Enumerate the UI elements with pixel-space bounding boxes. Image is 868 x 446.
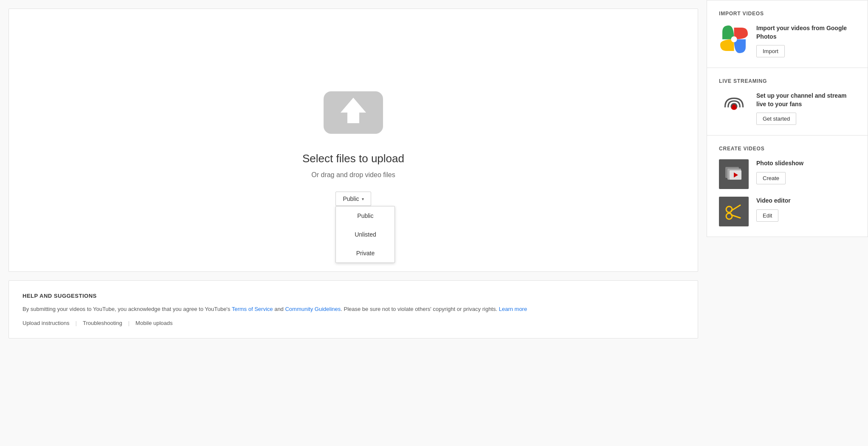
slideshow-card-title: Photo slideshow	[756, 159, 856, 168]
divider1: |	[76, 320, 77, 326]
video-editor-card: Video editor Edit	[719, 197, 856, 226]
help-text-part1: By submitting your videos to YouTube, yo…	[23, 306, 232, 312]
visibility-button[interactable]: Public ▾	[335, 192, 371, 206]
import-videos-content: Import your videos from Google Photos Im…	[756, 24, 856, 57]
create-videos-panel: CREATE VIDEOS Photo slide	[707, 135, 868, 237]
tos-link[interactable]: Terms of Service	[232, 306, 273, 312]
community-guidelines-link[interactable]: Community Guidelines	[285, 306, 341, 312]
visibility-menu: Public Unlisted Private	[335, 206, 395, 263]
upload-drop-zone[interactable]: Select files to upload Or drag and drop …	[8, 8, 698, 272]
video-editor-icon	[719, 197, 749, 226]
upload-subtitle: Or drag and drop video files	[311, 171, 395, 179]
help-text-part3: . Please be sure not to violate others' …	[341, 306, 499, 312]
help-text-part2: and	[273, 306, 285, 312]
live-streaming-card-title: Set up your channel and stream live to y…	[756, 92, 856, 108]
video-editor-card-title: Video editor	[756, 197, 856, 205]
create-videos-title: CREATE VIDEOS	[719, 146, 856, 152]
slideshow-icon	[719, 159, 749, 189]
chevron-down-icon: ▾	[362, 197, 364, 201]
mobile-uploads-link[interactable]: Mobile uploads	[135, 320, 172, 326]
help-title: HELP AND SUGGESTIONS	[23, 293, 684, 299]
upload-instructions-link[interactable]: Upload instructions	[23, 320, 70, 326]
troubleshooting-link[interactable]: Troubleshooting	[83, 320, 122, 326]
visibility-dropdown[interactable]: Public ▾ Public Unlisted Private	[335, 192, 371, 206]
import-videos-panel: IMPORT VIDEOS	[707, 0, 868, 68]
live-streaming-card: Set up your channel and stream live to y…	[719, 92, 856, 125]
live-streaming-panel: LIVE STREAMING Set up your channel and s…	[707, 68, 868, 135]
svg-point-2	[731, 36, 737, 42]
create-slideshow-button[interactable]: Create	[756, 172, 786, 184]
import-videos-card-title: Import your videos from Google Photos	[756, 24, 856, 41]
upload-title: Select files to upload	[302, 152, 404, 165]
help-links-row: Upload instructions | Troubleshooting | …	[23, 320, 684, 326]
svg-point-9	[726, 206, 732, 212]
get-started-button[interactable]: Get started	[756, 113, 796, 125]
import-button[interactable]: Import	[756, 45, 785, 57]
import-videos-title: IMPORT VIDEOS	[719, 11, 856, 17]
google-photos-icon	[719, 24, 749, 54]
live-streaming-icon	[719, 92, 749, 121]
svg-line-11	[731, 205, 740, 211]
slideshow-card: Photo slideshow Create	[719, 159, 856, 189]
live-streaming-content: Set up your channel and stream live to y…	[756, 92, 856, 125]
upload-icon	[319, 83, 387, 139]
learn-more-link[interactable]: Learn more	[499, 306, 527, 312]
visibility-label: Public	[343, 195, 359, 202]
import-videos-card: Import your videos from Google Photos Im…	[719, 24, 856, 57]
help-text: By submitting your videos to YouTube, yo…	[23, 305, 684, 314]
dropdown-option-unlisted[interactable]: Unlisted	[336, 225, 395, 244]
svg-point-10	[726, 213, 732, 219]
dropdown-option-public[interactable]: Public	[336, 206, 395, 225]
slideshow-content: Photo slideshow Create	[756, 159, 856, 184]
help-section: HELP AND SUGGESTIONS By submitting your …	[8, 280, 698, 339]
edit-button[interactable]: Edit	[756, 209, 778, 222]
video-editor-content: Video editor Edit	[756, 197, 856, 222]
sidebar: IMPORT VIDEOS	[707, 0, 868, 446]
live-streaming-title: LIVE STREAMING	[719, 78, 856, 84]
divider2: |	[128, 320, 130, 326]
dropdown-option-private[interactable]: Private	[336, 244, 395, 263]
